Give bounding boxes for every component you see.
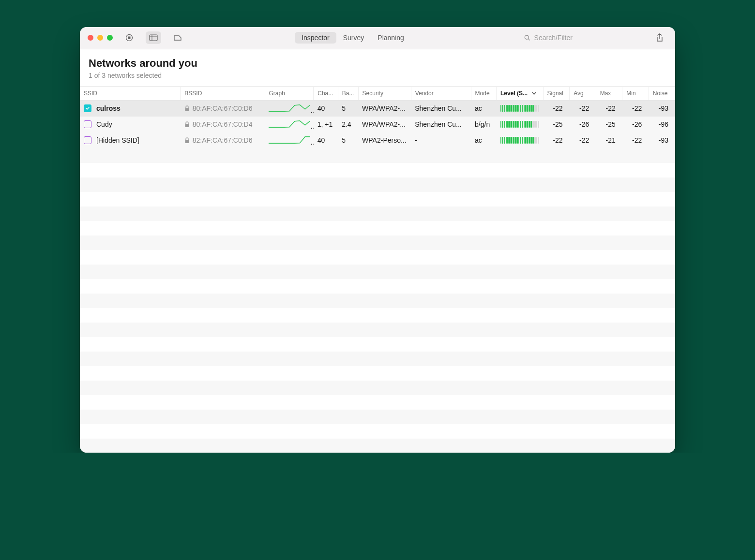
- signal-cell: -22: [543, 100, 570, 117]
- vendor-cell: Shenzhen Cu...: [411, 100, 471, 117]
- col-avg[interactable]: Avg: [570, 86, 596, 100]
- col-noise[interactable]: Noise: [649, 86, 675, 100]
- svg-rect-9: [185, 140, 189, 143]
- col-level-label: Level (S...: [500, 90, 528, 97]
- ssid-label: culross: [96, 104, 121, 112]
- close-button[interactable]: [88, 35, 93, 41]
- signal-sparkline: [269, 119, 310, 129]
- col-security[interactable]: Security: [358, 86, 411, 100]
- avg-cell: -22: [570, 100, 596, 117]
- col-signal[interactable]: Signal: [543, 86, 570, 100]
- col-graph[interactable]: Graph: [265, 86, 314, 100]
- tab-survey[interactable]: Survey: [336, 32, 371, 44]
- col-bssid[interactable]: BSSID: [181, 86, 265, 100]
- band-cell: 2.4: [338, 117, 358, 133]
- channel-cell: 40: [314, 133, 338, 148]
- empty-row: [80, 352, 675, 366]
- col-level[interactable]: Level (S...: [497, 86, 544, 100]
- zoom-button[interactable]: [107, 35, 113, 41]
- band-cell: 5: [338, 100, 358, 117]
- bssid-label: 80:AF:CA:67:C0:D4: [193, 120, 253, 128]
- channel-cell: 1, +1: [314, 117, 338, 133]
- page-header: Networks around you 1 of 3 networks sele…: [80, 49, 675, 86]
- avg-cell: -26: [570, 117, 596, 133]
- search-field[interactable]: [520, 31, 638, 44]
- level-bars: [500, 105, 540, 112]
- table-body: culross 80:AF:CA:67:C0:D6 40 5 WPA/WPA2-…: [80, 100, 675, 453]
- col-max[interactable]: Max: [596, 86, 622, 100]
- selection-status: 1 of 3 networks selected: [89, 72, 666, 79]
- empty-row: [80, 148, 675, 163]
- col-min[interactable]: Min: [622, 86, 649, 100]
- empty-row: [80, 395, 675, 410]
- sort-desc-icon: [532, 90, 536, 97]
- level-bars: [500, 137, 540, 144]
- stop-icon: [125, 34, 133, 42]
- svg-line-6: [528, 39, 530, 41]
- table-row[interactable]: [Hidden SSID] 82:AF:CA:67:C0:D6 40 5 WPA…: [80, 133, 675, 148]
- empty-row: [80, 221, 675, 236]
- lock-icon: [184, 105, 190, 112]
- svg-rect-1: [128, 37, 131, 39]
- row-checkbox[interactable]: [84, 104, 91, 112]
- col-vendor[interactable]: Vendor: [411, 86, 471, 100]
- tab-planning[interactable]: Planning: [371, 32, 411, 44]
- table-row[interactable]: Cudy 80:AF:CA:67:C0:D4 1, +1 2.4 WPA/WPA…: [80, 117, 675, 133]
- empty-row: [80, 279, 675, 294]
- empty-row: [80, 265, 675, 279]
- avg-cell: -22: [570, 133, 596, 148]
- minimize-button[interactable]: [97, 35, 103, 41]
- signal-cell: -25: [543, 117, 570, 133]
- floorplan-icon: [173, 34, 182, 41]
- security-cell: WPA2-Perso...: [358, 133, 411, 148]
- col-channel[interactable]: Cha...: [314, 86, 338, 100]
- svg-rect-7: [185, 108, 189, 111]
- security-cell: WPA/WPA2-...: [358, 100, 411, 117]
- empty-row: [80, 236, 675, 250]
- empty-row: [80, 410, 675, 424]
- band-cell: 5: [338, 133, 358, 148]
- empty-row: [80, 323, 675, 337]
- max-cell: -25: [596, 117, 622, 133]
- col-ssid[interactable]: SSID: [80, 86, 181, 100]
- security-cell: WPA/WPA2-...: [358, 117, 411, 133]
- signal-sparkline: [269, 103, 310, 113]
- empty-row: [80, 250, 675, 265]
- stop-scan-button[interactable]: [121, 31, 137, 44]
- share-button[interactable]: [652, 31, 667, 44]
- app-window: Inspector Survey Planning Networks aroun…: [80, 27, 675, 453]
- svg-rect-8: [185, 124, 189, 127]
- networks-table: SSID BSSID Graph Cha... Ba... Security V…: [80, 86, 675, 453]
- row-checkbox[interactable]: [84, 120, 91, 128]
- list-view-button[interactable]: [146, 31, 161, 44]
- svg-point-5: [525, 35, 528, 39]
- max-cell: -21: [596, 133, 622, 148]
- search-input[interactable]: [533, 33, 634, 42]
- vendor-cell: -: [411, 133, 471, 148]
- mode-cell: b/g/n: [471, 117, 496, 133]
- signal-sparkline: [269, 135, 310, 145]
- bssid-label: 82:AF:CA:67:C0:D6: [193, 136, 253, 144]
- tab-inspector[interactable]: Inspector: [295, 32, 336, 44]
- ssid-label: [Hidden SSID]: [96, 136, 139, 144]
- search-icon: [524, 34, 530, 41]
- table-row[interactable]: culross 80:AF:CA:67:C0:D6 40 5 WPA/WPA2-…: [80, 100, 675, 117]
- empty-row: [80, 424, 675, 439]
- empty-row: [80, 163, 675, 177]
- min-cell: -22: [622, 133, 649, 148]
- list-icon: [149, 34, 158, 41]
- column-header-row: SSID BSSID Graph Cha... Ba... Security V…: [80, 86, 675, 100]
- empty-row: [80, 177, 675, 192]
- empty-row: [80, 192, 675, 206]
- bssid-label: 80:AF:CA:67:C0:D6: [193, 104, 253, 112]
- col-mode[interactable]: Mode: [471, 86, 496, 100]
- floorplan-view-button[interactable]: [170, 31, 185, 44]
- min-cell: -26: [622, 117, 649, 133]
- max-cell: -22: [596, 100, 622, 117]
- noise-cell: -93: [649, 100, 675, 117]
- channel-cell: 40: [314, 100, 338, 117]
- row-checkbox[interactable]: [84, 136, 91, 144]
- col-band[interactable]: Ba...: [338, 86, 358, 100]
- lock-icon: [184, 121, 190, 128]
- empty-row: [80, 381, 675, 395]
